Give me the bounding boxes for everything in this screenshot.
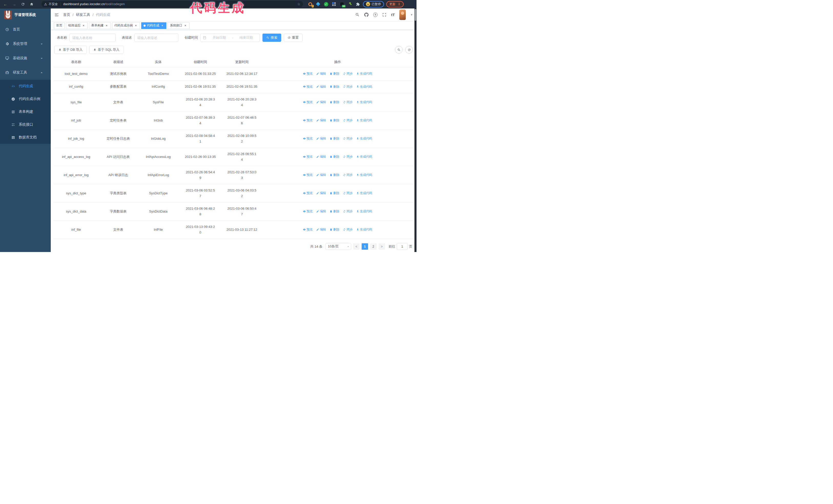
extension-orange-icon[interactable]: 1 [308,2,313,7]
generate-code-button[interactable]: 生成代码 [356,209,372,214]
delete-button[interactable]: 删除 [330,136,339,141]
delete-button[interactable]: 删除 [330,190,339,196]
start-date-placeholder[interactable]: 开始日期 [208,35,231,40]
extension-gem-icon[interactable] [315,2,320,7]
page-size-select[interactable]: 10条/页▾ [326,243,351,250]
preview-button[interactable]: 预览 [303,209,313,214]
logo-bar[interactable]: 芋道管理系统 [0,8,51,21]
bookmark-star-icon[interactable]: ☆ [297,2,301,6]
sync-button[interactable]: 同步 [343,190,353,196]
sidebar-item-codegen[interactable]: 代码生成 [0,80,51,93]
edit-button[interactable]: 编辑 [316,190,326,196]
browser-reload-button[interactable] [20,1,26,7]
github-icon[interactable] [364,13,368,17]
preview-button[interactable]: 预览 [303,154,313,160]
delete-button[interactable]: 删除 [330,71,339,76]
sidebar-item-codegen-example[interactable]: 代码生成示例 [0,93,51,105]
goto-page-input[interactable] [397,243,407,250]
refresh-table-button[interactable] [405,46,413,54]
search-icon[interactable] [355,13,360,17]
extension-grid-icon[interactable] [331,2,336,7]
next-page-button[interactable]: > [379,243,385,250]
sidebar-item-system-api[interactable]: 系统接口 [0,118,51,131]
sidebar-item-infrastructure[interactable]: 基础设施 [0,51,51,65]
page-2-button[interactable]: 2 [370,243,377,250]
tag-system-api[interactable]: 系统接口× [168,22,189,29]
scrollbar-thumb[interactable] [415,9,416,21]
sidebar-item-db-doc[interactable]: 数据库文档 [0,131,51,144]
tag-close-icon[interactable]: × [161,24,164,27]
edit-button[interactable]: 编辑 [316,154,326,160]
generate-code-button[interactable]: 生成代码 [356,99,372,105]
sidebar-item-form-builder[interactable]: 表单构建 [0,105,51,118]
date-range-picker[interactable]: 开始日期 - 结束日期 [200,33,260,42]
generate-code-button[interactable]: 生成代码 [356,117,372,123]
profile-paused-chip[interactable]: 已暂停 [363,1,384,7]
fullscreen-icon[interactable] [382,13,386,17]
sync-button[interactable]: 同步 [343,172,353,178]
delete-button[interactable]: 删除 [330,117,339,123]
sync-button[interactable]: 同步 [343,136,353,141]
sync-button[interactable]: 同步 [343,84,353,90]
tag-close-icon[interactable]: × [82,24,85,27]
sync-button[interactable]: 同步 [343,226,353,232]
sync-button[interactable]: 同步 [343,154,353,160]
sync-button[interactable]: 同步 [343,209,353,214]
preview-button[interactable]: 预览 [303,84,313,90]
tag-form-builder[interactable]: 表单构建× [89,22,111,29]
extension-on-icon[interactable]: on [339,2,344,7]
tag-tracing[interactable]: 链路追踪× [66,22,88,29]
browser-home-button[interactable] [28,1,35,7]
generate-code-button[interactable]: 生成代码 [356,154,372,160]
generate-code-button[interactable]: 生成代码 [356,172,372,178]
help-icon[interactable]: ? [373,13,378,17]
preview-button[interactable]: 预览 [303,99,313,105]
edit-button[interactable]: 编辑 [316,226,326,232]
preview-button[interactable]: 预览 [303,190,313,196]
generate-code-button[interactable]: 生成代码 [356,84,372,90]
page-1-button[interactable]: 1 [362,243,368,250]
tag-close-icon[interactable]: × [184,24,187,27]
reset-button[interactable]: 重置 [284,33,303,42]
sync-button[interactable]: 同步 [343,117,353,123]
preview-button[interactable]: 预览 [303,226,313,232]
extension-key-icon[interactable] [347,2,352,7]
edit-button[interactable]: 编辑 [316,84,326,90]
generate-code-button[interactable]: 生成代码 [356,136,372,141]
preview-button[interactable]: 预览 [303,71,313,76]
edit-button[interactable]: 编辑 [316,71,326,76]
security-warning[interactable]: ⚠不安全 [44,2,58,6]
avatar[interactable] [399,9,406,20]
edit-button[interactable]: 编辑 [316,209,326,214]
sync-button[interactable]: 同步 [343,71,353,76]
page-scrollbar[interactable] [414,8,416,252]
edit-button[interactable]: 编辑 [316,172,326,178]
tag-codegen-example[interactable]: 代码生成示例× [112,22,140,29]
extension-check-icon[interactable]: ✓ [324,2,329,7]
delete-button[interactable]: 删除 [330,84,339,90]
breadcrumb-dev-tools[interactable]: 研发工具 [76,13,90,17]
browser-update-button[interactable]: 更新 ⋮ [386,1,404,7]
preview-button[interactable]: 预览 [303,117,313,123]
delete-button[interactable]: 删除 [330,154,339,160]
sidebar-item-system[interactable]: 系统管理 [0,37,51,51]
generate-code-button[interactable]: 生成代码 [356,71,372,76]
sidebar-item-home[interactable]: 首页 [0,22,51,37]
hamburger-icon[interactable] [54,13,59,17]
address-bar[interactable]: ⚠不安全 dashboard.yudao.iocoder.cn/tool/cod… [42,1,303,7]
extensions-puzzle-icon[interactable] [355,2,360,7]
delete-button[interactable]: 删除 [330,172,339,178]
table-name-input[interactable] [69,33,116,42]
preview-button[interactable]: 预览 [303,172,313,178]
search-button[interactable]: 搜索 [262,33,281,42]
tag-close-icon[interactable]: × [105,24,109,27]
generate-code-button[interactable]: 生成代码 [356,226,372,232]
hide-search-button[interactable] [395,46,403,54]
edit-button[interactable]: 编辑 [316,99,326,105]
tag-codegen[interactable]: 代码生成× [141,22,166,29]
tag-home[interactable]: 首页 [54,22,65,29]
edit-button[interactable]: 编辑 [316,136,326,141]
caret-down-icon[interactable]: ▼ [410,13,413,16]
font-size-icon[interactable]: tT [391,13,395,17]
table-desc-input[interactable] [134,33,178,42]
